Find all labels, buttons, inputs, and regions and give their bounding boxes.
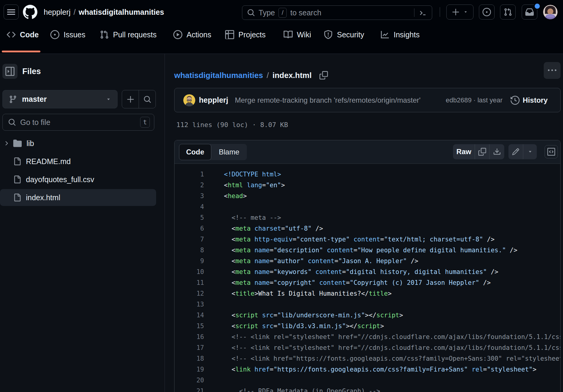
- line-number[interactable]: 2: [175, 180, 204, 191]
- line-number[interactable]: 21: [175, 386, 204, 392]
- line-number[interactable]: 4: [175, 201, 204, 212]
- line-number[interactable]: 18: [175, 353, 204, 364]
- chevron-right-icon[interactable]: [1, 140, 11, 147]
- tab-code[interactable]: Code: [7, 29, 39, 40]
- line-number[interactable]: 1: [175, 169, 204, 180]
- code-line[interactable]: 12 <title>What Is Digital Humanities?</t…: [175, 288, 561, 299]
- line-number[interactable]: 10: [175, 266, 204, 277]
- tab-wiki[interactable]: Wiki: [284, 29, 311, 40]
- code-line[interactable]: 6 <meta charset="utf-8" />: [175, 223, 561, 234]
- chevron-down-icon: [527, 149, 533, 154]
- search-placeholder-post: to search: [290, 8, 321, 17]
- code-line[interactable]: 17 <!-- <link rel="stylesheet" href="//c…: [175, 342, 561, 353]
- commit-author-avatar[interactable]: [183, 94, 195, 106]
- line-number[interactable]: 8: [175, 245, 204, 256]
- code-line[interactable]: 11 <meta name="copyright" content="Copyr…: [175, 277, 561, 288]
- file-icon: [13, 157, 21, 165]
- download-button[interactable]: [489, 144, 504, 159]
- tab-projects[interactable]: Projects: [225, 29, 266, 40]
- branch-selector[interactable]: master: [2, 90, 118, 108]
- go-to-file-input[interactable]: Go to file t: [2, 114, 154, 131]
- tree-item-dayofquotes[interactable]: dayofquotes_full.csv: [0, 171, 156, 188]
- hamburger-menu-button[interactable]: [4, 5, 19, 20]
- code-line[interactable]: 18 <!-- <link href="https://fonts.google…: [175, 353, 561, 364]
- tree-item-index-html[interactable]: index.html: [0, 189, 156, 206]
- file-icon: [13, 194, 21, 201]
- code-line[interactable]: 8 <meta name="description" content="How …: [175, 245, 561, 256]
- tree-item-readme[interactable]: README.md: [0, 153, 156, 170]
- commit-sha-and-time[interactable]: edb2689 · last year: [446, 96, 502, 104]
- commit-message[interactable]: Merge remote-tracking branch 'refs/remot…: [235, 96, 420, 104]
- line-number[interactable]: 13: [175, 299, 204, 310]
- edit-dropdown-button[interactable]: [523, 144, 537, 159]
- tab-insights[interactable]: Insights: [380, 29, 420, 40]
- breadcrumb-owner-link[interactable]: hepplerj: [44, 8, 71, 17]
- breadcrumb-repo-link[interactable]: whatisdigitalhumanities: [79, 8, 164, 17]
- breadcrumb-file-name: index.html: [272, 71, 312, 80]
- line-number[interactable]: 5: [175, 212, 204, 223]
- search-input[interactable]: Type / to search: [242, 5, 432, 20]
- code-line[interactable]: 10 <meta name="keywords" content="digita…: [175, 266, 561, 277]
- more-options-button[interactable]: [544, 62, 561, 79]
- line-number[interactable]: 6: [175, 223, 204, 234]
- code-line[interactable]: 19 <link href="https://fonts.googleapis.…: [175, 364, 561, 375]
- collapse-sidebar-button[interactable]: [2, 64, 17, 79]
- search-tree-button[interactable]: [139, 90, 156, 108]
- code-line[interactable]: 1<!DOCTYPE html>: [175, 169, 561, 180]
- tree-item-lib[interactable]: lib: [0, 135, 156, 152]
- code-line[interactable]: 13: [175, 299, 561, 310]
- code-line[interactable]: 4: [175, 201, 561, 212]
- code-line[interactable]: 3<head>: [175, 191, 561, 201]
- copy-path-icon[interactable]: [319, 71, 328, 79]
- new-file-button[interactable]: [122, 90, 139, 108]
- create-new-button[interactable]: [446, 5, 473, 20]
- tree-item-label: index.html: [26, 193, 60, 202]
- symbols-panel-button[interactable]: [545, 145, 558, 158]
- search-placeholder-pre: Type: [259, 8, 275, 17]
- file-viewer: Code Blame Raw: [174, 140, 561, 392]
- files-sidebar: Files master Go to file t: [0, 54, 165, 392]
- code-line[interactable]: 9 <meta name="author" content="Jason A. …: [175, 256, 561, 266]
- copy-file-button[interactable]: [475, 144, 489, 159]
- search-inner-divider: [414, 8, 414, 17]
- line-number[interactable]: 20: [175, 375, 204, 386]
- folder-icon: [13, 139, 22, 148]
- line-number[interactable]: 16: [175, 331, 204, 342]
- tab-issues[interactable]: Issues: [50, 29, 85, 40]
- github-logo[interactable]: [23, 5, 37, 19]
- code-line[interactable]: 5 <!-- meta -->: [175, 212, 561, 223]
- code-line[interactable]: 15 <script src="lib/d3.v3.min.js"></scri…: [175, 321, 561, 331]
- tab-pull-requests[interactable]: Pull requests: [100, 29, 157, 40]
- line-number[interactable]: 14: [175, 310, 204, 321]
- pull-requests-dashboard-button[interactable]: [500, 5, 516, 20]
- line-number[interactable]: 12: [175, 288, 204, 299]
- edit-file-button[interactable]: [508, 144, 523, 159]
- tab-code-view[interactable]: Code: [179, 144, 211, 160]
- code-line[interactable]: 14 <script src="lib/underscore-min.js"><…: [175, 310, 561, 321]
- command-palette-icon[interactable]: [419, 9, 427, 17]
- line-number[interactable]: 17: [175, 342, 204, 353]
- code-line[interactable]: 20: [175, 375, 561, 386]
- code-line[interactable]: 16 <!-- <link rel="stylesheet" href="//c…: [175, 331, 561, 342]
- raw-button[interactable]: Raw: [453, 144, 475, 159]
- tab-security[interactable]: Security: [324, 29, 364, 40]
- line-number[interactable]: 19: [175, 364, 204, 375]
- commit-author-name[interactable]: hepplerj: [199, 96, 228, 104]
- line-number[interactable]: 9: [175, 256, 204, 266]
- issues-dashboard-button[interactable]: [479, 5, 495, 20]
- line-number[interactable]: 7: [175, 234, 204, 245]
- breadcrumb-repo-link[interactable]: whatisdigitalhumanities: [174, 71, 263, 80]
- code-square-icon: [547, 148, 555, 156]
- line-number[interactable]: 15: [175, 321, 204, 331]
- inbox-icon: [525, 8, 534, 16]
- code-line[interactable]: 21 <!-- RDFa Metadata (in OpenGraph) -->: [175, 386, 561, 392]
- line-number[interactable]: 11: [175, 277, 204, 288]
- code-line[interactable]: 7 <meta http-equiv="content-type" conten…: [175, 234, 561, 245]
- user-avatar[interactable]: [543, 5, 558, 19]
- code-listing[interactable]: 1<!DOCTYPE html>2<html lang="en">3<head>…: [175, 164, 561, 392]
- tab-actions[interactable]: Actions: [173, 29, 211, 40]
- history-button[interactable]: History: [511, 96, 548, 105]
- tab-blame-view[interactable]: Blame: [211, 144, 247, 160]
- line-number[interactable]: 3: [175, 191, 204, 201]
- code-line[interactable]: 2<html lang="en">: [175, 180, 561, 191]
